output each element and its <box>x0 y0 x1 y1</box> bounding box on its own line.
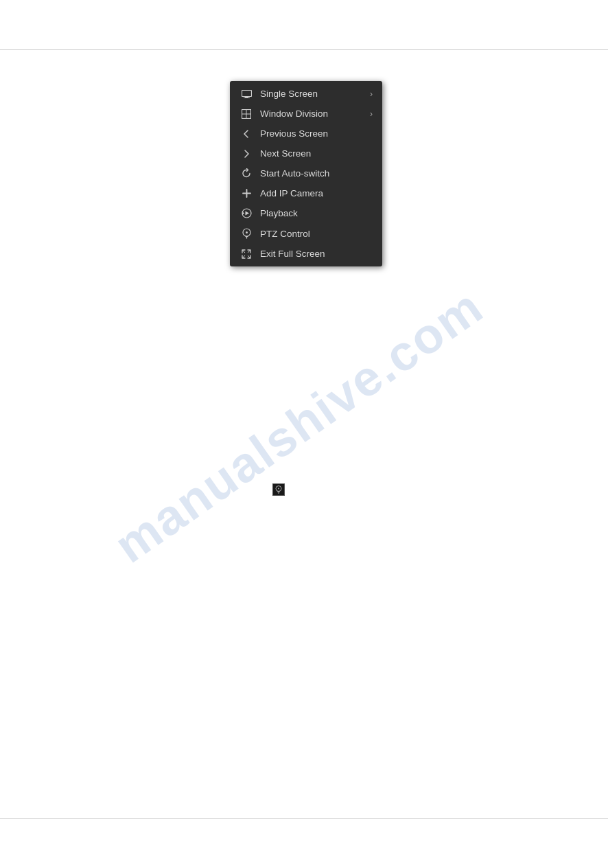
chevron-left-icon <box>239 129 253 139</box>
menu-item-previous-screen[interactable]: Previous Screen <box>230 124 382 144</box>
top-divider <box>0 49 608 50</box>
monitor-icon <box>239 90 253 98</box>
chevron-right-icon <box>239 149 253 159</box>
refresh-icon <box>239 168 253 179</box>
single-screen-arrow: › <box>370 89 373 99</box>
window-division-arrow: › <box>370 109 373 119</box>
watermark-text: manualshive.com <box>104 278 493 574</box>
next-screen-label: Next Screen <box>260 148 373 159</box>
bottom-divider <box>0 818 608 819</box>
menu-item-start-auto-switch[interactable]: Start Auto-switch <box>230 163 382 183</box>
watermark: manualshive.com <box>110 261 487 591</box>
svg-marker-9 <box>245 212 249 216</box>
plus-icon <box>239 189 253 198</box>
context-menu: Single Screen › Window Division › Previo… <box>230 81 382 266</box>
window-division-label: Window Division <box>260 108 370 119</box>
menu-item-add-ip-camera[interactable]: Add IP Camera <box>230 183 382 203</box>
previous-screen-label: Previous Screen <box>260 128 373 139</box>
menu-item-window-division[interactable]: Window Division › <box>230 104 382 124</box>
playback-icon <box>239 208 253 218</box>
fullscreen-exit-icon <box>239 249 253 259</box>
ptz-control-label: PTZ Control <box>260 229 373 239</box>
menu-item-next-screen[interactable]: Next Screen <box>230 144 382 163</box>
exit-full-screen-label: Exit Full Screen <box>260 249 373 259</box>
add-ip-camera-label: Add IP Camera <box>260 188 373 198</box>
menu-item-exit-full-screen[interactable]: Exit Full Screen <box>230 244 382 264</box>
svg-point-12 <box>246 231 248 233</box>
menu-item-ptz-control[interactable]: PTZ Control <box>230 223 382 244</box>
svg-point-20 <box>278 488 279 490</box>
grid-icon <box>239 109 253 119</box>
ptz-small-icon <box>272 483 285 496</box>
ptz-cursor-icon <box>272 483 285 496</box>
ptz-icon <box>239 228 253 239</box>
playback-label: Playback <box>260 208 373 218</box>
svg-rect-0 <box>242 90 251 96</box>
start-auto-switch-label: Start Auto-switch <box>260 168 373 179</box>
menu-item-single-screen[interactable]: Single Screen › <box>230 84 382 104</box>
menu-item-playback[interactable]: Playback <box>230 203 382 223</box>
single-screen-label: Single Screen <box>260 89 370 99</box>
